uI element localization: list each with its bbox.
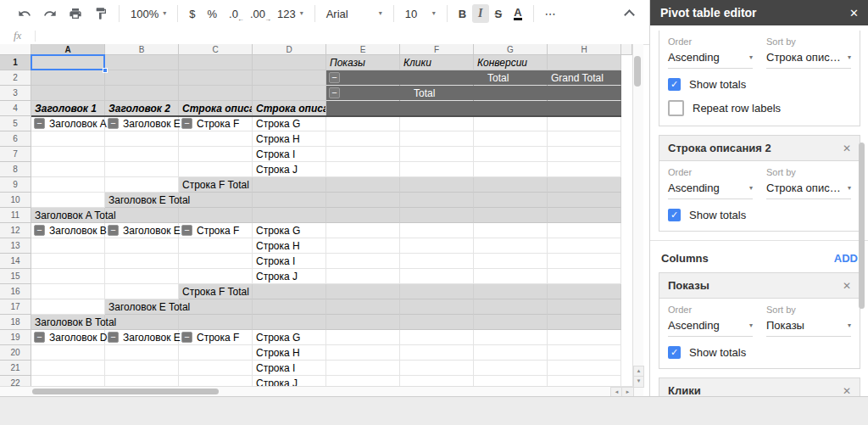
cell-F9[interactable] bbox=[400, 177, 474, 193]
percent-format-button[interactable]: % bbox=[202, 5, 224, 23]
cell-B7[interactable] bbox=[105, 147, 179, 162]
cell-E14[interactable] bbox=[326, 254, 400, 269]
row-header-11[interactable]: 11 bbox=[0, 208, 31, 223]
column-header-E[interactable]: E bbox=[326, 44, 400, 55]
vertical-scrollbar-thumb[interactable] bbox=[634, 56, 641, 87]
cell-F5[interactable] bbox=[400, 116, 474, 131]
cell-E16[interactable] bbox=[326, 284, 400, 299]
cell-H20[interactable] bbox=[548, 345, 621, 361]
cell-D1[interactable] bbox=[253, 55, 326, 70]
row-header-9[interactable]: 9 bbox=[0, 177, 31, 193]
cell-D19[interactable] bbox=[253, 330, 326, 345]
cell-G5[interactable] bbox=[474, 116, 548, 131]
formula-input[interactable] bbox=[36, 27, 649, 44]
row-header-17[interactable]: 17 bbox=[0, 299, 31, 315]
cell-A20[interactable] bbox=[31, 345, 105, 361]
cell-C16[interactable] bbox=[179, 284, 253, 299]
cell-A15[interactable] bbox=[31, 269, 105, 284]
grid-corner[interactable] bbox=[0, 44, 31, 55]
add-columns-button[interactable]: ADD bbox=[834, 252, 858, 265]
row-header-2[interactable]: 2 bbox=[0, 70, 31, 86]
cell-B3[interactable] bbox=[105, 86, 179, 101]
column-header-C[interactable]: C bbox=[179, 44, 253, 55]
cell-B22[interactable] bbox=[105, 376, 179, 386]
cell-H3[interactable] bbox=[548, 86, 621, 101]
collapse-minus-button[interactable]: − bbox=[181, 118, 192, 129]
cell-C3[interactable] bbox=[179, 86, 253, 101]
cell-G15[interactable] bbox=[474, 269, 548, 284]
cell-E9[interactable] bbox=[326, 177, 400, 193]
cell-B21[interactable] bbox=[105, 361, 179, 376]
cell-D13[interactable] bbox=[253, 238, 326, 254]
cell-A22[interactable] bbox=[31, 376, 105, 386]
cell-F17[interactable] bbox=[400, 299, 474, 315]
cell-H21[interactable] bbox=[548, 361, 621, 376]
bold-button[interactable]: B bbox=[453, 5, 472, 23]
cell-D5[interactable] bbox=[253, 116, 326, 131]
cell-B11[interactable] bbox=[105, 208, 179, 223]
order-select[interactable]: Ascending▾ bbox=[668, 180, 753, 199]
collapse-toolbar-icon[interactable] bbox=[620, 6, 639, 21]
cell-G3[interactable] bbox=[474, 86, 548, 101]
collapse-minus-button[interactable]: − bbox=[108, 332, 119, 343]
number-format-select[interactable]: 123▾ bbox=[271, 5, 309, 23]
cell-H9[interactable] bbox=[548, 177, 621, 193]
cell-A14[interactable] bbox=[31, 254, 105, 269]
cell-C20[interactable] bbox=[179, 345, 253, 361]
checkbox-unchecked[interactable] bbox=[668, 100, 684, 116]
cell-A16[interactable] bbox=[31, 284, 105, 299]
font-family-select[interactable]: Arial▾ bbox=[320, 5, 388, 23]
cell-H12[interactable] bbox=[548, 223, 621, 238]
cell-H19[interactable] bbox=[548, 330, 621, 345]
row-header-13[interactable]: 13 bbox=[0, 238, 31, 254]
cell-F12[interactable] bbox=[400, 223, 474, 238]
cell-F4[interactable] bbox=[400, 101, 474, 116]
row-header-12[interactable]: 12 bbox=[0, 223, 31, 238]
cell-G2[interactable] bbox=[474, 70, 548, 86]
horizontal-scrollbar-thumb[interactable] bbox=[32, 389, 219, 394]
cell-G20[interactable] bbox=[474, 345, 548, 361]
cell-A11[interactable] bbox=[31, 208, 105, 223]
column-header-D[interactable]: D bbox=[253, 44, 326, 55]
cell-G16[interactable] bbox=[474, 284, 548, 299]
cell-F10[interactable] bbox=[400, 193, 474, 208]
cell-H10[interactable] bbox=[548, 193, 621, 208]
row-header-21[interactable]: 21 bbox=[0, 361, 31, 376]
cell-D20[interactable] bbox=[253, 345, 326, 361]
cell-F19[interactable] bbox=[400, 330, 474, 345]
fill-handle[interactable] bbox=[103, 68, 108, 73]
cell-D2[interactable] bbox=[253, 70, 326, 86]
decrease-decimal-button[interactable]: .0← bbox=[223, 5, 244, 23]
cell-C7[interactable] bbox=[179, 147, 253, 162]
cell-F14[interactable] bbox=[400, 254, 474, 269]
cell-H4[interactable] bbox=[548, 101, 621, 116]
increase-decimal-button[interactable]: .00→ bbox=[244, 5, 271, 23]
cell-H17[interactable] bbox=[548, 299, 621, 315]
cell-G19[interactable] bbox=[474, 330, 548, 345]
cell-G10[interactable] bbox=[474, 193, 548, 208]
cell-E20[interactable] bbox=[326, 345, 400, 361]
column-header-B[interactable]: B bbox=[105, 44, 179, 55]
cell-H7[interactable] bbox=[548, 147, 621, 162]
sort-by-select[interactable]: Строка опис…▾ bbox=[766, 180, 851, 199]
vertical-scrollbar[interactable] bbox=[632, 44, 643, 396]
cell-G11[interactable] bbox=[474, 208, 548, 223]
currency-format-button[interactable]: $ bbox=[183, 5, 201, 23]
cell-A18[interactable] bbox=[31, 315, 105, 330]
cell-A7[interactable] bbox=[31, 147, 105, 162]
cell-G22[interactable] bbox=[474, 376, 548, 386]
cell-C4[interactable] bbox=[179, 101, 253, 116]
cell-B8[interactable] bbox=[105, 162, 179, 177]
cell-C15[interactable] bbox=[179, 269, 253, 284]
cell-F8[interactable] bbox=[400, 162, 474, 177]
cell-B6[interactable] bbox=[105, 131, 179, 147]
cell-D18[interactable] bbox=[253, 315, 326, 330]
cell-D7[interactable] bbox=[253, 147, 326, 162]
cell-D11[interactable] bbox=[253, 208, 326, 223]
redo-icon[interactable] bbox=[37, 4, 63, 23]
zoom-select[interactable]: 100%▾ bbox=[125, 5, 172, 23]
cell-B16[interactable] bbox=[105, 284, 179, 299]
cell-C6[interactable] bbox=[179, 131, 253, 147]
cell-E5[interactable] bbox=[326, 116, 400, 131]
cell-H14[interactable] bbox=[548, 254, 621, 269]
